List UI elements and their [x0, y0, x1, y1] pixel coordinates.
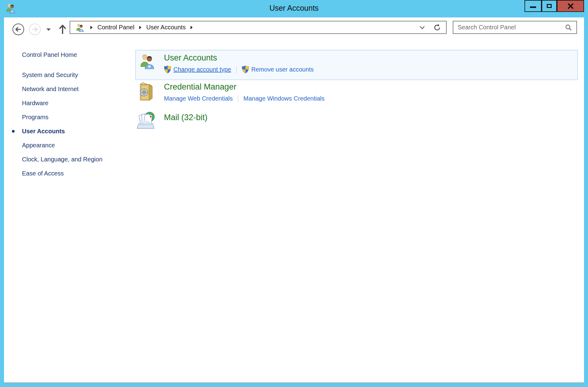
refresh-icon[interactable] [433, 24, 441, 31]
sidebar-item-clock-language-region[interactable]: Clock, Language, and Region [22, 156, 103, 163]
manage-windows-credentials-link[interactable]: Manage Windows Credentials [243, 95, 325, 102]
user-accounts-heading-link[interactable]: User Accounts [164, 53, 217, 63]
breadcrumb-arrow-icon[interactable] [139, 26, 141, 29]
search-icon[interactable] [565, 24, 572, 31]
maximize-button[interactable] [542, 0, 557, 12]
back-button[interactable] [12, 23, 24, 35]
task-separator [238, 95, 238, 102]
address-bar[interactable]: Control Panel User Accounts [70, 21, 447, 34]
sidebar-item-network-and-internet[interactable]: Network and Internet [22, 86, 79, 93]
sidebar-item-appearance[interactable]: Appearance [22, 142, 55, 149]
sidebar-item-programs[interactable]: Programs [22, 114, 49, 121]
sidebar-item-label: User Accounts [22, 128, 65, 135]
breadcrumb-arrow-icon[interactable] [90, 26, 93, 29]
up-button[interactable] [57, 24, 68, 35]
credential-manager-safe-icon[interactable] [137, 82, 155, 101]
credential-manager-heading-link[interactable]: Credential Manager [164, 82, 236, 92]
client-area: Control Panel User Accounts Cont [4, 17, 584, 383]
breadcrumb-arrow-icon[interactable] [191, 26, 193, 29]
sidebar-item-label: Control Panel Home [22, 51, 77, 58]
credential-manager-tasks: Manage Web Credentials Manage Windows Cr… [164, 95, 325, 102]
user-accounts-icon [76, 23, 84, 32]
sidebar-item-label: Appearance [22, 142, 55, 149]
sidebar-item-label: System and Security [22, 72, 78, 78]
minimize-icon [530, 6, 536, 8]
sidebar-item-label: Network and Internet [22, 86, 79, 92]
change-account-type-link[interactable]: Change account type [173, 66, 231, 73]
window-title: User Accounts [0, 0, 588, 16]
sidebar-item-label: Programs [22, 114, 49, 120]
forward-button[interactable] [29, 23, 41, 35]
sidebar-item-label: Clock, Language, and Region [22, 156, 103, 163]
chevron-down-icon [46, 28, 51, 31]
search-box[interactable] [453, 21, 577, 34]
sidebar-item-system-and-security[interactable]: System and Security [22, 72, 78, 79]
remove-user-accounts-link[interactable]: Remove user accounts [251, 66, 314, 73]
breadcrumb-control-panel[interactable]: Control Panel [97, 24, 134, 31]
user-accounts-icon[interactable] [139, 53, 155, 69]
search-input[interactable] [453, 21, 565, 33]
recent-pages-dropdown[interactable] [45, 27, 52, 33]
mail-heading-link[interactable]: Mail (32-bit) [164, 113, 208, 122]
sidebar-item-user-accounts[interactable]: User Accounts [22, 128, 65, 135]
forward-arrow-icon [29, 23, 41, 35]
breadcrumb-user-accounts[interactable]: User Accounts [146, 24, 186, 31]
user-accounts-window: User Accounts [0, 0, 588, 387]
sidebar-item-ease-of-access[interactable]: Ease of Access [22, 170, 64, 177]
mail-icon[interactable] [136, 111, 156, 130]
back-arrow-icon [12, 23, 24, 35]
sidebar-item-label: Hardware [22, 100, 49, 106]
maximize-icon [547, 4, 552, 8]
user-accounts-tasks: Change account type Remove user accounts [164, 65, 314, 74]
manage-web-credentials-link[interactable]: Manage Web Credentials [164, 95, 233, 102]
up-arrow-icon [58, 24, 67, 35]
close-button[interactable] [557, 0, 584, 12]
task-separator [236, 66, 237, 73]
active-bullet-icon [12, 130, 15, 133]
titlebar[interactable]: User Accounts [0, 0, 588, 17]
minimize-button[interactable] [524, 0, 542, 12]
sidebar-item-control-panel-home[interactable]: Control Panel Home [22, 51, 77, 58]
uac-shield-icon [242, 65, 249, 74]
close-icon [568, 3, 574, 9]
uac-shield-icon [164, 65, 171, 74]
address-dropdown-chevron-icon[interactable] [419, 25, 425, 30]
sidebar-item-label: Ease of Access [22, 170, 64, 177]
sidebar-item-hardware[interactable]: Hardware [22, 100, 49, 107]
